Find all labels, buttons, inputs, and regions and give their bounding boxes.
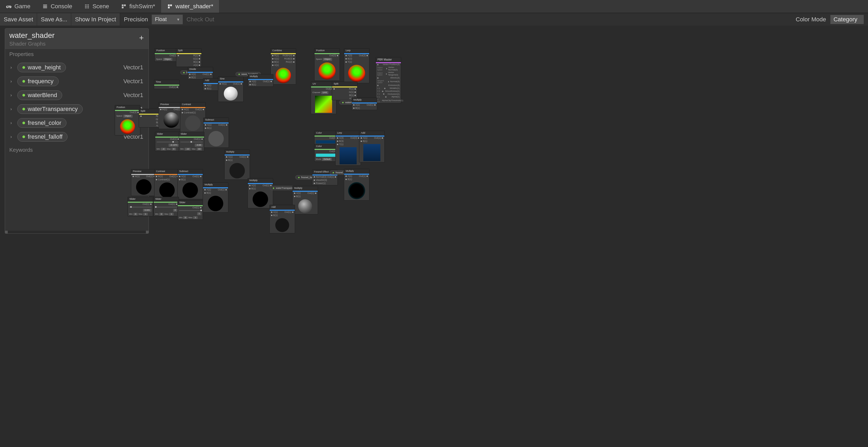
- expand-icon[interactable]: ›: [10, 65, 14, 70]
- node-preview-2[interactable]: Preview In(1)Out(1): [131, 169, 157, 196]
- svg-point-8: [88, 7, 89, 8]
- node-multiply-fresnel[interactable]: Multiply A(1)Out(1) B(1): [344, 169, 369, 200]
- exposed-dot-icon: [22, 135, 25, 138]
- check-out-button[interactable]: Check Out: [183, 13, 218, 26]
- slider-input[interactable]: [179, 210, 202, 211]
- slider-input[interactable]: [129, 207, 152, 207]
- svg-point-6: [85, 7, 86, 8]
- node-position-2[interactable]: Position Out(3) SpaceObject: [314, 48, 340, 81]
- tab-label: fishSwim*: [129, 3, 155, 10]
- precision-label: Precision: [120, 16, 152, 23]
- property-row[interactable]: ›wave_heightVector1: [8, 61, 146, 74]
- svg-point-4: [87, 6, 87, 7]
- exposed-dot-icon: [22, 66, 25, 69]
- node-split[interactable]: Split R(1) G(1) B(1) A(1): [176, 48, 202, 67]
- svg-rect-13: [170, 4, 172, 6]
- property-pill[interactable]: frequency: [17, 76, 59, 86]
- svg-point-5: [88, 6, 89, 7]
- blackboard-scrollbar[interactable]: [5, 231, 149, 233]
- node-subtract-2[interactable]: Subtract A(1)Out(1) B(1): [177, 169, 203, 199]
- expand-icon[interactable]: ›: [10, 93, 14, 98]
- grid-icon: [84, 3, 90, 9]
- svg-point-1: [87, 4, 87, 5]
- node-add-3[interactable]: Add A(1)Out(1) B(1): [270, 205, 295, 233]
- node-slider-5[interactable]: Slider Out(1) 1 Min0Max1: [177, 200, 203, 220]
- node-contrast-1[interactable]: Contrast In(1)Out(1) Contrast(1): [180, 102, 206, 132]
- property-row[interactable]: ›frequencyVector1: [8, 74, 146, 88]
- slider-input[interactable]: [180, 141, 203, 142]
- node-sine[interactable]: Sine In(1)Out(1): [218, 76, 244, 102]
- node-slider-4[interactable]: Slider Out(1) 0 Min0Max1: [153, 197, 179, 216]
- tab-watershader[interactable]: water_shader*: [161, 0, 219, 13]
- property-pill[interactable]: waterBlend: [17, 90, 62, 100]
- color-mode-select[interactable]: Category: [830, 15, 864, 24]
- svg-point-3: [85, 6, 86, 7]
- node-slider-3[interactable]: Slider Out(1) 0.041 Min0Max1: [127, 197, 153, 216]
- shadergraph-icon: [167, 3, 173, 9]
- toolbar: Save Asset Save As... Show In Project Pr…: [0, 13, 868, 26]
- svg-rect-11: [122, 7, 124, 8]
- node-slider-2[interactable]: Slider Out(1) -0.88 Min-10Max10: [179, 132, 204, 151]
- exposed-dot-icon: [22, 122, 25, 124]
- property-pill[interactable]: waterTransparency: [17, 104, 83, 114]
- node-subtract-1[interactable]: Subtract A(1)Out(1) B(1): [203, 118, 229, 148]
- tab-console[interactable]: Console: [36, 0, 78, 13]
- exposed-dot-icon: [22, 108, 25, 110]
- tab-fishswim[interactable]: fishSwim*: [115, 0, 161, 13]
- node-multiply-2[interactable]: Multiply A(1)Out(1) B(1): [351, 98, 377, 110]
- property-pill[interactable]: wave_height: [17, 63, 66, 72]
- tab-game[interactable]: Game: [0, 0, 36, 13]
- node-multiply-1[interactable]: Multiply A(1)Out(1) B(1): [248, 74, 273, 87]
- tab-scene[interactable]: Scene: [78, 0, 115, 13]
- blackboard-add-button[interactable]: +: [139, 33, 144, 42]
- properties-section-label: Properties: [5, 49, 149, 60]
- svg-point-0: [85, 4, 86, 5]
- blackboard-subtitle: Shader Graphs: [9, 41, 144, 47]
- show-in-project-button[interactable]: Show In Project: [71, 13, 120, 26]
- svg-point-2: [88, 4, 89, 5]
- node-multiply-3[interactable]: Multiply A(1)Out(1) B(1): [224, 150, 250, 180]
- svg-point-7: [87, 7, 87, 8]
- color-mode-label: Color Mode: [796, 16, 826, 23]
- node-slider-1[interactable]: Slider Out(1) -0.1371 Min-3Max0: [155, 132, 181, 151]
- gamepad-icon: [6, 3, 12, 9]
- node-combine[interactable]: Combine R(1)RGBA(4) G(1)RGB(3) B(1)RG(2)…: [271, 48, 296, 85]
- exposed-dot-icon: [22, 80, 25, 83]
- exposed-dot-icon: [22, 94, 25, 97]
- node-lerp-2[interactable]: Lerp A(3)Out(3) B(3) T(1): [335, 131, 361, 166]
- expand-icon[interactable]: ›: [10, 107, 14, 111]
- node-lerp-1[interactable]: Lerp A(3)Out(3) B(3) T(1): [344, 48, 369, 83]
- keywords-section-label: Keywords: [5, 145, 149, 155]
- blackboard-title: water_shader: [9, 31, 144, 40]
- tab-bar: Game Console Scene fishSwim* water_shade…: [0, 0, 868, 13]
- svg-rect-14: [168, 7, 169, 8]
- property-type: Vector1: [123, 64, 143, 71]
- expand-icon[interactable]: ›: [10, 121, 14, 125]
- node-multiply-6[interactable]: Multiply A(1)Out(1) B(1): [292, 186, 318, 215]
- graph-canvas[interactable]: water_shader Shader Graphs + Properties …: [0, 26, 868, 447]
- slider-input[interactable]: [157, 141, 179, 142]
- expand-icon[interactable]: ›: [10, 79, 14, 84]
- property-type: Vector1: [123, 78, 143, 85]
- node-add-2[interactable]: Add A(1)Out(1) B(1): [359, 131, 385, 162]
- precision-value: Float: [155, 16, 167, 23]
- expand-icon[interactable]: ›: [10, 134, 14, 139]
- node-multiply-5[interactable]: Multiply A(1)Out(1) B(1): [248, 178, 273, 208]
- property-pill[interactable]: fresnel_falloff: [17, 132, 67, 141]
- node-divide[interactable]: Divide A(1)Out(1) B(1): [188, 67, 213, 79]
- blackboard-header: water_shader Shader Graphs +: [5, 29, 149, 49]
- save-as-button[interactable]: Save As...: [37, 13, 71, 26]
- svg-rect-12: [168, 4, 169, 6]
- property-row[interactable]: ›waterBlendVector1: [8, 88, 146, 102]
- slider-input[interactable]: [155, 207, 177, 207]
- tab-label: Scene: [93, 3, 109, 10]
- property-pill[interactable]: fresnel_color: [17, 118, 66, 128]
- save-asset-button[interactable]: Save Asset: [0, 13, 37, 26]
- node-multiply-4[interactable]: Multiply A(1)Out(1) B(1): [203, 183, 228, 213]
- node-time[interactable]: Time Out(1): [154, 80, 180, 89]
- node-pbr-master[interactable]: PBR Master Vertex Position(3) Object Spa…: [376, 57, 401, 103]
- node-contrast-2[interactable]: Contrast In(1)Out(1) Contrast(1): [154, 169, 180, 199]
- precision-select[interactable]: Float ▼: [152, 15, 183, 24]
- svg-rect-9: [122, 4, 124, 6]
- node-position-3[interactable]: Position Out(3) SpaceObject: [115, 105, 140, 135]
